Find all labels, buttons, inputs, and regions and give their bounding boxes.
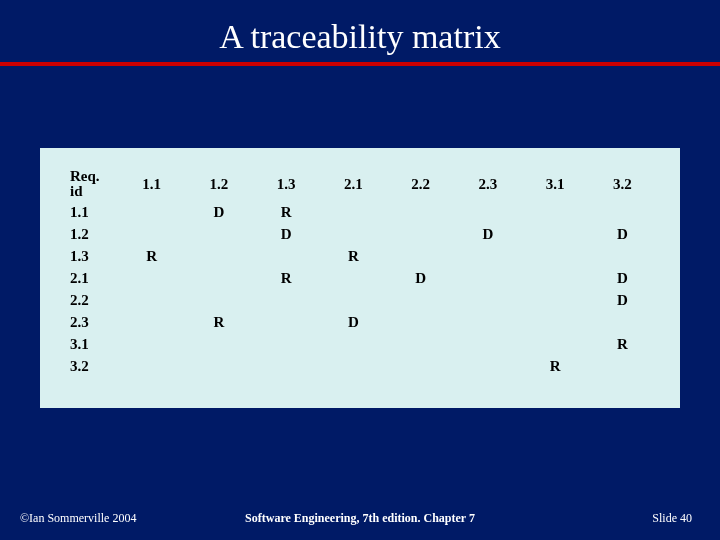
table-row: 3.2 R [64,355,656,377]
table-row: 3.1 R [64,333,656,355]
table-row: 1.3 R R [64,245,656,267]
footer-slide-number: Slide 40 [652,511,692,526]
col-1-3: 1.3 [253,166,320,201]
col-3-1: 3.1 [522,166,589,201]
col-1-2: 1.2 [185,166,252,201]
table-row: 2.1 R D D [64,267,656,289]
slide: A traceability matrix Req. id 1.1 1.2 1.… [0,0,720,540]
footer-copyright: ©Ian Sommerville 2004 [20,511,136,526]
title-area: A traceability matrix [0,0,720,74]
matrix-panel: Req. id 1.1 1.2 1.3 2.1 2.2 2.3 3.1 3.2 … [40,148,680,408]
title-underline [0,62,720,66]
table-row: 1.2 D D D [64,223,656,245]
table-row: 1.1 D R [64,201,656,223]
header-reqid: Req. id [64,166,118,201]
matrix-body: 1.1 D R 1.2 D D [64,201,656,377]
footer-center: Software Engineering, 7th edition. Chapt… [245,511,475,526]
col-2-2: 2.2 [387,166,454,201]
col-1-1: 1.1 [118,166,185,201]
col-3-2: 3.2 [589,166,656,201]
footer: ©Ian Sommerville 2004 Software Engineeri… [0,511,720,526]
col-2-1: 2.1 [320,166,387,201]
col-2-3: 2.3 [454,166,521,201]
table-row: 2.2 D [64,289,656,311]
table-row: 2.3 R D [64,311,656,333]
slide-title: A traceability matrix [0,18,720,56]
traceability-matrix: Req. id 1.1 1.2 1.3 2.1 2.2 2.3 3.1 3.2 … [64,166,656,377]
